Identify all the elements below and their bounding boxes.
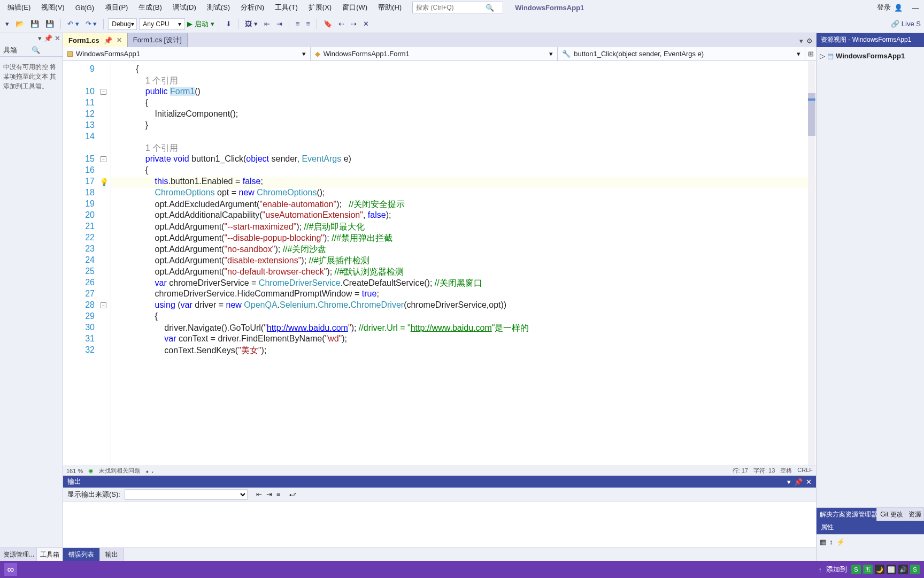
menu-edit[interactable]: 编辑(E) [3, 1, 35, 14]
chevron-right-icon[interactable]: ▷ [820, 52, 825, 60]
tab-error-list[interactable]: 错误列表 [63, 548, 100, 561]
nav-member-combo[interactable]: 🔧button1_Click(object sender, EventArgs … [558, 47, 805, 60]
close-icon[interactable]: ✕ [55, 34, 60, 43]
menu-tools[interactable]: 工具(T) [271, 1, 302, 14]
config-combo[interactable]: Debug ▾ [108, 18, 137, 30]
dropdown-icon[interactable]: ▾ [799, 37, 803, 45]
add-to-label[interactable]: 添加到 [826, 565, 847, 574]
menu-help[interactable]: 帮助(H) [374, 1, 406, 14]
vs-logo-icon[interactable]: ∞ [4, 563, 17, 576]
menu-test[interactable]: 测试(S) [203, 1, 234, 14]
tab-resource[interactable]: 资源 [905, 508, 924, 521]
search-input[interactable] [416, 4, 486, 11]
nav-project-combo[interactable]: WindowsFormsApp1▾ [63, 47, 311, 60]
menu-project[interactable]: 项目(P) [101, 1, 132, 14]
bookmark-icon[interactable]: 🔖 [321, 18, 334, 31]
tray-icon[interactable]: S [851, 565, 861, 574]
gear-icon[interactable]: ⚙ [806, 37, 813, 45]
events-icon[interactable]: ⚡ [836, 538, 845, 558]
comment-icon[interactable]: ≡ [294, 18, 302, 31]
split-icon[interactable]: ⊞ [805, 47, 816, 60]
tab-solution-explorer[interactable]: 解决方案资源管理器 [817, 508, 877, 521]
tab-form1-design[interactable]: Form1.cs [设计] [128, 33, 188, 47]
alphabetical-icon[interactable]: ↕ [829, 538, 833, 558]
menu-window[interactable]: 窗口(W) [338, 1, 372, 14]
fold-icon[interactable]: − [101, 156, 106, 162]
toolbox-panel: ▾📌✕ 具箱🔍 中没有可用的控 将某项拖至此文本 其添加到工具箱。 资源管理..… [0, 33, 63, 561]
tab-git-changes[interactable]: Git 更改 [877, 508, 905, 521]
wrap-icon[interactable]: ⮐ [289, 490, 296, 498]
toolbox-empty-message: 中没有可用的控 将某项拖至此文本 其添加到工具箱。 [0, 57, 63, 96]
tray-icon[interactable]: S [910, 565, 920, 574]
img-icon[interactable]: 🖼 ▾ [243, 18, 260, 31]
tray-icon[interactable]: 🌙 [875, 565, 884, 574]
tray-icon[interactable]: 五 [863, 565, 873, 574]
up-arrow-icon[interactable]: ↑ [819, 566, 822, 574]
code-body[interactable]: { 1 个引用 public Form1() { InitializeCompo… [111, 61, 816, 466]
uncomment-icon[interactable]: ≡ [304, 18, 312, 31]
fold-icon[interactable]: − [101, 89, 106, 95]
pin-icon[interactable]: 📌 [104, 36, 112, 44]
resource-tree[interactable]: ▷ ▤ WindowsFormsApp1 [817, 47, 924, 507]
tab-resource-manager[interactable]: 资源管理... [0, 548, 37, 561]
dropdown-icon[interactable]: ▾ [38, 34, 42, 43]
tray-icon[interactable]: 🔊 [898, 565, 908, 574]
redo-icon[interactable]: ↷ ▾ [83, 18, 99, 31]
goto-prev-icon[interactable]: ⇤ [256, 490, 262, 498]
clear-icon[interactable]: ≡ [276, 490, 281, 498]
categorized-icon[interactable]: ▦ [820, 538, 826, 558]
pin-icon[interactable]: 📌 [44, 34, 52, 43]
menu-build[interactable]: 生成(B) [134, 1, 166, 14]
output-body[interactable] [63, 501, 816, 547]
tree-item[interactable]: ▷ ▤ WindowsFormsApp1 [820, 50, 921, 61]
menu-debug[interactable]: 调试(D) [168, 1, 201, 14]
clear-bookmark-icon[interactable]: ✕ [361, 18, 371, 31]
lightbulb-icon[interactable]: 💡 [99, 178, 109, 186]
tray-icon[interactable]: ⬜ [887, 565, 896, 574]
issues-status[interactable]: 未找到相关问题 [99, 467, 140, 475]
live-share-button[interactable]: 🔗Live S [891, 20, 921, 28]
new-icon[interactable]: ▾ [3, 18, 11, 31]
open-icon[interactable]: 📂 [13, 18, 26, 31]
nav-class-combo[interactable]: ◆WindowsFormsApp1.Form1▾ [311, 47, 558, 60]
document-tabs: Form1.cs📌✕ Form1.cs [设计] ▾⚙ [63, 33, 816, 47]
minimize-icon[interactable]: — [910, 2, 921, 13]
menu-view[interactable]: 视图(V) [37, 1, 68, 14]
menu-git[interactable]: Git(G) [71, 2, 98, 14]
properties-header: 属性 [817, 521, 924, 534]
start-button[interactable]: ▶ 启动 ▾ [187, 19, 214, 29]
save-all-icon[interactable]: 💾 [43, 18, 56, 31]
step-icon[interactable]: ⬇ [224, 18, 234, 31]
search-icon[interactable]: 🔍 [32, 46, 60, 54]
close-icon[interactable]: ✕ [117, 36, 122, 44]
editor-area: Form1.cs📌✕ Form1.cs [设计] ▾⚙ WindowsForms… [63, 33, 816, 561]
tab-output[interactable]: 输出 [100, 548, 124, 561]
vertical-scrollbar[interactable] [808, 61, 815, 466]
undo-icon[interactable]: ↶ ▾ [65, 18, 81, 31]
platform-combo[interactable]: Any CPU ▾ [139, 18, 185, 30]
indent-right-icon[interactable]: ⇥ [274, 18, 284, 31]
search-box[interactable]: 🔍 [412, 2, 503, 13]
tab-form1-cs[interactable]: Form1.cs📌✕ [63, 33, 128, 47]
tab-toolbox[interactable]: 工具箱 [37, 548, 63, 561]
space-indicator[interactable]: 空格 [780, 467, 792, 475]
menu-analyze[interactable]: 分析(N) [236, 1, 268, 14]
close-icon[interactable]: ✕ [806, 478, 812, 486]
indent-left-icon[interactable]: ⇤ [262, 18, 272, 31]
share-icon: 🔗 [891, 20, 899, 28]
dropdown-icon[interactable]: ▾ [787, 478, 791, 486]
next-bookmark-icon[interactable]: ⇢ [349, 18, 359, 31]
prev-bookmark-icon[interactable]: ⇠ [336, 18, 346, 31]
pin-icon[interactable]: 📌 [794, 478, 803, 486]
goto-next-icon[interactable]: ⇥ [266, 490, 272, 498]
fold-icon[interactable]: − [101, 302, 106, 308]
zoom-level[interactable]: 161 % [66, 468, 83, 474]
output-source-combo[interactable] [125, 489, 248, 500]
code-editor[interactable]: 9 10− 11 12 13 14 15− 16 17💡 18 19 20 21… [63, 61, 816, 466]
login-button[interactable]: 登录👤 [877, 3, 903, 12]
resource-view-panel: 资源视图 - WindowsFormsApp1 ▷ ▤ WindowsForms… [816, 33, 924, 561]
save-icon[interactable]: 💾 [28, 18, 41, 31]
menu-ext[interactable]: 扩展(X) [304, 1, 336, 14]
crlf-indicator[interactable]: CRLF [797, 467, 813, 475]
nav-dropdown-icon[interactable]: ⬥ ▾ [145, 468, 155, 474]
